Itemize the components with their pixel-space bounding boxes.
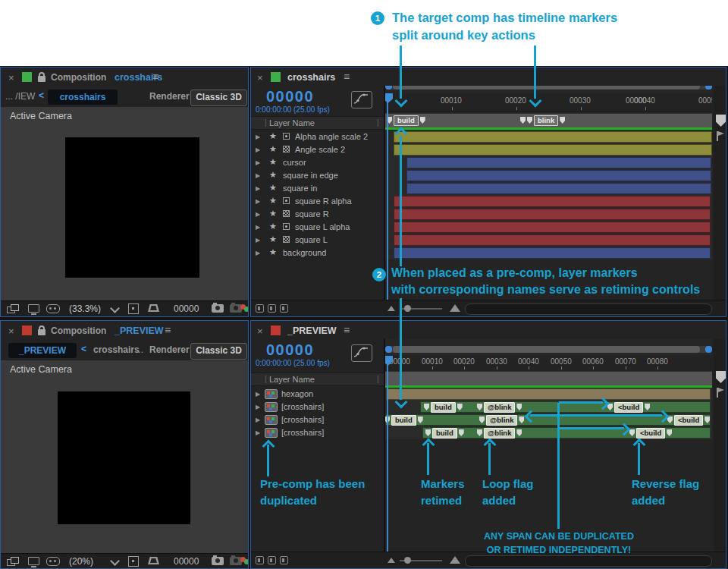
always-preview-icon[interactable]: [7, 304, 18, 313]
layer-switches-pane-icon[interactable]: [256, 556, 264, 564]
layer-marker[interactable]: <build: [629, 428, 672, 438]
panel-menu-icon[interactable]: ≡: [344, 71, 350, 83]
work-area-bar[interactable]: [385, 127, 712, 130]
magnification-caret-icon[interactable]: [110, 303, 120, 313]
layer-bar[interactable]: [406, 170, 711, 181]
layer-bar[interactable]: [406, 157, 711, 168]
timeline-tab[interactable]: crosshairs: [287, 72, 335, 83]
channel-icon[interactable]: [240, 304, 249, 312]
breadcrumb-current[interactable]: _PREVIEW: [8, 343, 77, 358]
timeline-h-scrollbar[interactable]: [385, 86, 712, 90]
frame-counter[interactable]: 00000: [174, 303, 199, 314]
layer-bar[interactable]: [394, 234, 711, 246]
zoom-in-icon[interactable]: [450, 556, 460, 564]
layer-marker[interactable]: @blink: [477, 428, 522, 438]
layer-marker[interactable]: build: [385, 415, 423, 425]
close-icon[interactable]: ×: [257, 73, 263, 83]
breadcrumb-more[interactable]: ...: [136, 344, 143, 355]
timeline-tab[interactable]: _PREVIEW: [287, 325, 337, 336]
layer-marker[interactable]: @blink: [479, 415, 524, 425]
channel-icon[interactable]: [240, 557, 249, 564]
panel-menu-icon[interactable]: ≡: [344, 324, 350, 336]
comp-marker-well-icon[interactable]: [716, 115, 726, 127]
layer-marker[interactable]: <build: [667, 415, 710, 425]
transfer-controls-pane-icon[interactable]: [268, 304, 276, 313]
close-icon[interactable]: ×: [257, 326, 263, 336]
breadcrumb-prev[interactable]: ... /IEW: [5, 91, 35, 102]
breadcrumb-next[interactable]: crosshairs: [93, 344, 140, 355]
panel-menu-icon[interactable]: ≡: [152, 71, 158, 83]
layer-bar[interactable]: [394, 144, 712, 156]
comp-marker-bar[interactable]: [385, 371, 712, 386]
timeline-scrollbar[interactable]: [465, 303, 712, 315]
snapshot-icon[interactable]: [212, 304, 224, 313]
zoom-in-icon[interactable]: [450, 304, 460, 312]
viewer-canvas[interactable]: Active Camera: [1, 360, 248, 553]
transfer-controls-pane-icon[interactable]: [268, 556, 276, 564]
region-of-interest-icon[interactable]: [128, 556, 139, 567]
magnification-caret-icon[interactable]: [110, 556, 120, 566]
layer-marker[interactable]: build: [425, 428, 464, 438]
zoom-slider-knob[interactable]: [404, 305, 411, 312]
viewer-canvas[interactable]: Active Camera: [1, 107, 248, 300]
layer-bar[interactable]: [394, 247, 711, 259]
layer-bar[interactable]: [394, 222, 711, 233]
layer-bar[interactable]: [406, 183, 711, 194]
layer-bar[interactable]: [394, 209, 711, 220]
zoom-out-icon[interactable]: [388, 306, 395, 311]
layer-name-column-header[interactable]: | Layer Name |: [251, 116, 384, 130]
comp-marker-build[interactable]: build: [387, 115, 425, 125]
primary-viewer-icon[interactable]: [28, 557, 39, 565]
in-out-pane-icon[interactable]: [280, 304, 288, 313]
view-layout-icon[interactable]: [46, 557, 60, 566]
layer-name-column-header[interactable]: | Layer Name |: [251, 373, 384, 386]
flag-icon[interactable]: [716, 388, 725, 398]
zoom-out-icon[interactable]: [388, 558, 395, 563]
transparency-grid-icon[interactable]: [148, 557, 159, 564]
close-icon[interactable]: ×: [8, 73, 14, 83]
region-of-interest-icon[interactable]: [128, 303, 139, 314]
comp-color-chip[interactable]: [22, 72, 32, 82]
comp-color-chip[interactable]: [271, 325, 281, 335]
time-ruler[interactable]: 00000 00010 00020 00030 00040 00050 0006…: [385, 356, 712, 372]
current-time-display[interactable]: 00000: [266, 88, 314, 105]
playhead-line[interactable]: [387, 93, 388, 300]
comp-color-chip[interactable]: [271, 72, 281, 82]
layer-marker[interactable]: <build: [607, 402, 650, 412]
snapshot-icon[interactable]: [212, 557, 224, 565]
timeline-h-scrollbar[interactable]: [385, 346, 712, 353]
comp-color-chip[interactable]: [22, 325, 32, 335]
layer-bar-crosshairs-1[interactable]: [420, 401, 711, 413]
graph-editor-icon[interactable]: [351, 344, 372, 362]
layer-marker[interactable]: @blink: [477, 402, 522, 412]
renderer-value-button[interactable]: Classic 3D: [190, 90, 247, 106]
graph-editor-icon[interactable]: [351, 91, 372, 108]
panel-menu-icon[interactable]: ≡: [165, 324, 171, 336]
layer-marker[interactable]: build: [424, 402, 463, 412]
close-icon[interactable]: ×: [8, 326, 14, 336]
time-ruler[interactable]: 00000 00010 00020 00030 00040 00050: [385, 93, 712, 112]
layer-bar[interactable]: [394, 131, 712, 143]
current-time-display[interactable]: 00000: [266, 341, 314, 359]
layer-switches-pane-icon[interactable]: [256, 304, 264, 313]
primary-viewer-icon[interactable]: [28, 304, 39, 313]
comp-marker-well-icon[interactable]: [716, 371, 726, 383]
view-layout-icon[interactable]: [46, 304, 60, 313]
flag-icon[interactable]: [716, 131, 725, 142]
timeline-scrollbar[interactable]: [465, 555, 712, 567]
comp-marker-blink[interactable]: blink: [520, 115, 565, 125]
lock-icon[interactable]: [38, 72, 46, 82]
renderer-value-button[interactable]: Classic 3D: [190, 343, 247, 360]
in-out-pane-icon[interactable]: [280, 556, 288, 564]
magnification-value[interactable]: (20%): [69, 556, 93, 567]
zoom-slider-knob[interactable]: [404, 557, 411, 564]
breadcrumb-current[interactable]: crosshairs: [48, 90, 118, 105]
magnification-value[interactable]: (33.3%): [69, 303, 101, 314]
frame-counter[interactable]: 00000: [174, 556, 199, 567]
layer-bar[interactable]: [394, 196, 711, 207]
layer-bar-hexagon[interactable]: [386, 388, 711, 400]
transparency-grid-icon[interactable]: [148, 304, 159, 312]
lock-icon[interactable]: [38, 325, 46, 335]
always-preview-icon[interactable]: [7, 557, 18, 566]
layer-bar-crosshairs-2[interactable]: [385, 414, 711, 426]
